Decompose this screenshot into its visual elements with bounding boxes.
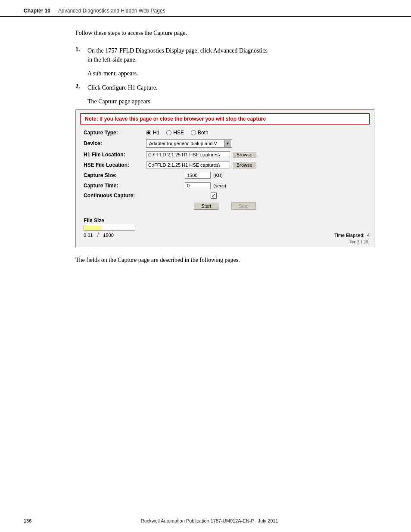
radio-both-circle[interactable] (191, 130, 196, 135)
time-elapsed-value: 4 (367, 233, 370, 238)
file-size-label: File Size (84, 218, 370, 224)
h1-browse-button[interactable]: Browse (233, 151, 256, 158)
radio-both-label: Both (198, 130, 209, 136)
page-header: Chapter 10 Advanced Diagnostics and Hidd… (0, 0, 411, 17)
continuous-capture-label: Continuous Capture: (84, 193, 146, 199)
capture-type-radio-group: H1 HSE Both (146, 130, 209, 136)
step-2-text: Click Configure H1 Capture. (87, 83, 158, 92)
progress-bar-fill (84, 225, 102, 230)
progress-bar-container (84, 225, 135, 231)
divider-slash: / (97, 232, 99, 239)
chapter-subtitle: Advanced Diagnostics and Hidden Web Page… (58, 8, 165, 14)
continuous-capture-row: Continuous Capture: ✓ (84, 193, 366, 199)
device-field: Adapter for generic dialup and V ▼ (146, 139, 366, 148)
time-elapsed-section: Time Elapsed: 4 (334, 233, 370, 238)
step-2: 2. Click Configure H1 Capture. (75, 83, 387, 92)
continuous-capture-field: ✓ (146, 193, 366, 199)
capture-type-label: Capture Type: (84, 130, 146, 136)
hse-file-row: HSE File Location: Browse (84, 162, 366, 168)
capture-size-input[interactable] (185, 172, 211, 179)
main-content: Follow these steps to access the Capture… (0, 17, 411, 298)
time-elapsed-label: Time Elapsed: (334, 233, 364, 238)
progress-max-val: 1500 (103, 233, 113, 238)
step-1-text: On the 1757-FFLD Diagnostics Display pag… (87, 46, 268, 64)
ver-info: Ver. 2.1.28 (84, 240, 370, 244)
radio-h1-circle[interactable] (146, 130, 151, 135)
intro-para: Follow these steps to access the Capture… (75, 30, 387, 37)
capture-form: Capture Type: H1 HSE Both (76, 130, 374, 218)
capture-size-unit: (KB) (213, 173, 223, 178)
footer-page-num: 136 (24, 518, 31, 523)
h1-file-label: H1 File Location: (84, 152, 146, 158)
capture-type-row: Capture Type: H1 HSE Both (84, 130, 366, 136)
device-dropdown[interactable]: Adapter for generic dialup and V ▼ (146, 139, 232, 148)
capture-size-row: Capture Size: (KB) (84, 172, 366, 179)
hse-file-input[interactable] (146, 162, 230, 168)
capture-time-field: (secs) (146, 182, 366, 189)
h1-file-row: H1 File Location: Browse (84, 151, 366, 158)
hse-file-field: Browse (146, 162, 366, 168)
capture-time-input[interactable] (185, 182, 211, 189)
capture-type-field: H1 HSE Both (146, 130, 366, 136)
capture-time-row: Capture Time: (secs) (84, 182, 366, 189)
capture-size-label: Capture Size: (84, 172, 146, 178)
page-footer: 136 Rockwell Automation Publication 1757… (24, 518, 387, 523)
start-button[interactable]: Start (194, 202, 218, 210)
stop-button[interactable]: Stop (231, 202, 256, 210)
sub-note: A sub-menu appears. (87, 70, 387, 77)
footer-center: Rockwell Automation Publication 1757-UM0… (141, 518, 278, 523)
hse-file-label: HSE File Location: (84, 162, 146, 168)
capture-size-field: (KB) (146, 172, 366, 179)
capture-box: Note: If you leave this page or close th… (75, 109, 374, 247)
progress-left: 0.01 / 1500 (84, 232, 114, 239)
radio-h1-label: H1 (153, 130, 159, 136)
radio-both-item[interactable]: Both (191, 130, 209, 136)
capture-appears-text: The Capture page appears. (87, 98, 387, 105)
continuous-capture-checkbox[interactable]: ✓ (211, 193, 217, 199)
dropdown-arrow-icon[interactable]: ▼ (224, 140, 231, 147)
device-row: Device: Adapter for generic dialup and V… (84, 139, 366, 148)
radio-hse-item[interactable]: HSE (166, 130, 184, 136)
capture-time-unit: (secs) (213, 183, 226, 188)
progress-area: File Size 0.01 / 1500 Time Elapsed: 4 Ve… (76, 218, 374, 247)
radio-hse-circle[interactable] (166, 130, 171, 135)
h1-file-input[interactable] (146, 151, 230, 158)
step-1-number: 1. (75, 46, 87, 64)
radio-h1-item[interactable]: H1 (146, 130, 159, 136)
btn-row: Start Stop (84, 202, 366, 210)
device-dropdown-value: Adapter for generic dialup and V (147, 141, 224, 146)
progress-current-val: 0.01 (84, 233, 93, 238)
hse-browse-button[interactable]: Browse (233, 162, 256, 168)
device-label: Device: (84, 140, 146, 146)
step-2-number: 2. (75, 83, 87, 92)
capture-time-label: Capture Time: (84, 183, 146, 189)
h1-file-field: Browse (146, 151, 366, 158)
bottom-text: The fields on the Capture page are descr… (75, 257, 387, 264)
capture-note-bar: Note: If you leave this page or close th… (80, 113, 370, 124)
radio-hse-label: HSE (173, 130, 184, 136)
chapter-label: Chapter 10 (24, 8, 50, 14)
progress-info-row: 0.01 / 1500 Time Elapsed: 4 (84, 231, 370, 240)
step-1: 1. On the 1757-FFLD Diagnostics Display … (75, 46, 387, 64)
